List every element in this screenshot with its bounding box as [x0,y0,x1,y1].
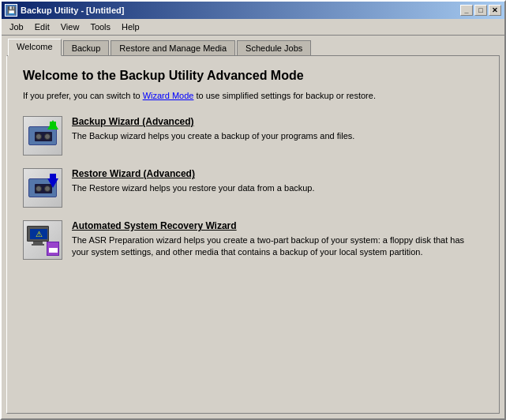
tab-schedule-jobs[interactable]: Schedule Jobs [237,40,311,55]
backup-wizard-description: The Backup wizard helps you create a bac… [72,130,354,142]
main-window: 💾 Backup Utility - [Untitled] _ □ ✕ Job … [0,0,506,420]
menu-view[interactable]: View [56,21,84,33]
titlebar: 💾 Backup Utility - [Untitled] _ □ ✕ [2,2,504,19]
asr-wizard-icon[interactable]: ⚠ [23,220,62,260]
asr-wizard-item: ⚠ Automated System Recovery Wizard The A… [23,220,483,260]
restore-wizard-item: Restore Wizard (Advanced) The Restore wi… [23,168,483,208]
backup-wizard-text: Backup Wizard (Advanced) The Backup wiza… [72,116,354,142]
backup-wizard-title[interactable]: Backup Wizard (Advanced) [72,116,354,127]
restore-wizard-icon[interactable] [23,168,62,208]
asr-wizard-description: The ASR Preparation wizard helps you cre… [72,234,483,259]
asr-wizard-title[interactable]: Automated System Recovery Wizard [72,220,483,231]
maximize-button[interactable]: □ [474,5,487,16]
tab-restore-manage-media[interactable]: Restore and Manage Media [111,40,235,55]
page-title: Welcome to the Backup Utility Advanced M… [23,69,483,83]
wizard-mode-link[interactable]: Wizard Mode [143,91,194,100]
close-button[interactable]: ✕ [489,5,501,16]
backup-wizard-icon[interactable] [23,116,62,156]
restore-wizard-text: Restore Wizard (Advanced) The Restore wi… [72,168,315,194]
tab-backup[interactable]: Backup [63,40,110,55]
titlebar-left: 💾 Backup Utility - [Untitled] [5,4,124,17]
menu-edit[interactable]: Edit [30,21,54,33]
menu-help[interactable]: Help [117,21,144,33]
asr-wizard-text: Automated System Recovery Wizard The ASR… [72,220,483,259]
menu-job[interactable]: Job [5,21,28,33]
subtitle-suffix: to use simplified settings for backup or… [193,91,376,100]
menubar: Job Edit View Tools Help [2,19,504,36]
tabbar: Welcome Backup Restore and Manage Media … [2,36,504,55]
window-icon: 💾 [5,4,17,17]
titlebar-buttons: _ □ ✕ [460,5,501,16]
subtitle-text: If you prefer, you can switch to Wizard … [23,91,483,100]
menu-tools[interactable]: Tools [85,21,115,33]
window-title: Backup Utility - [Untitled] [21,6,124,15]
restore-wizard-title[interactable]: Restore Wizard (Advanced) [72,168,315,179]
backup-wizard-item: Backup Wizard (Advanced) The Backup wiza… [23,116,483,156]
content-area: Welcome to the Backup Utility Advanced M… [6,55,500,414]
restore-wizard-description: The Restore wizard helps you restore you… [72,182,315,194]
minimize-button[interactable]: _ [460,5,473,16]
tab-welcome[interactable]: Welcome [8,39,62,56]
subtitle-prefix: If you prefer, you can switch to [23,91,143,100]
